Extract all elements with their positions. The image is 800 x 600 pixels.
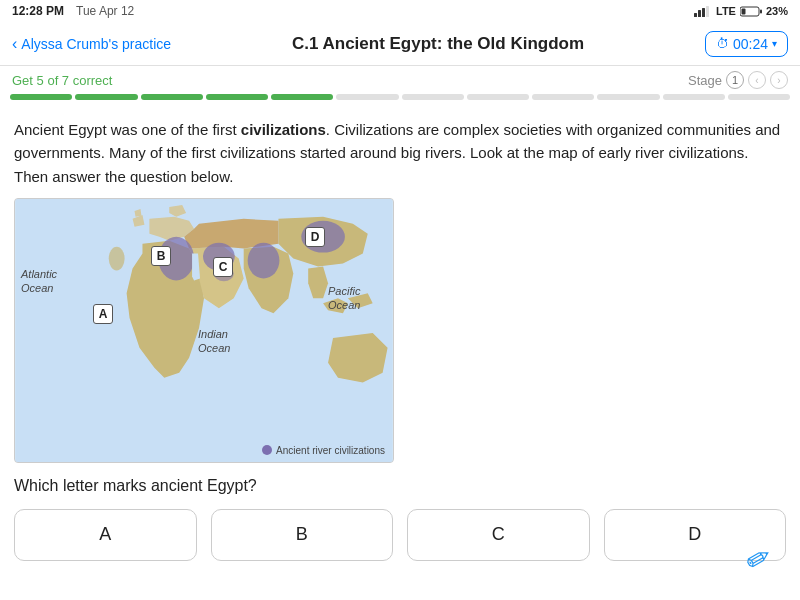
answer-button-c[interactable]: C: [407, 509, 590, 561]
marker-a: A: [93, 304, 113, 324]
header: ‹ Alyssa Crumb's practice C.1 Ancient Eg…: [0, 22, 800, 66]
lte-label: LTE: [716, 5, 736, 17]
pencil-icon: ✏: [738, 537, 777, 580]
progress-segment-10: [663, 94, 725, 100]
svg-rect-3: [706, 6, 709, 17]
pencil-fab[interactable]: ✏: [736, 536, 780, 580]
atlantic-ocean-label: AtlanticOcean: [21, 267, 57, 296]
progress-segment-3: [206, 94, 268, 100]
status-time: 12:28 PM: [12, 4, 64, 18]
passage-text: Ancient Egypt was one of the first civil…: [14, 118, 786, 188]
progress-segment-1: [75, 94, 137, 100]
indian-ocean-label: IndianOcean: [198, 327, 230, 356]
status-bar: 12:28 PM Tue Apr 12 LTE 23%: [0, 0, 800, 22]
progress-strip: [0, 94, 800, 102]
marker-b: B: [151, 246, 171, 266]
progress-segment-6: [402, 94, 464, 100]
question-text: Which letter marks ancient Egypt?: [14, 477, 786, 495]
stage-text: Stage: [688, 73, 722, 88]
progress-row: Get 5 of 7 correct Stage 1 ‹ ›: [0, 66, 800, 94]
back-button[interactable]: ‹ Alyssa Crumb's practice: [12, 35, 171, 53]
svg-point-10: [248, 242, 280, 278]
progress-segment-7: [467, 94, 529, 100]
battery-icon: [740, 6, 762, 17]
svg-rect-6: [741, 8, 745, 14]
map-container: A B C D AtlanticOcean IndianOcean Pacifi…: [14, 198, 394, 463]
svg-rect-5: [760, 9, 762, 13]
battery-pct: 23%: [766, 5, 788, 17]
pacific-ocean-label: PacificOcean: [328, 284, 360, 313]
progress-segment-0: [10, 94, 72, 100]
progress-segment-5: [336, 94, 398, 100]
map-legend: Ancient river civilizations: [262, 445, 385, 456]
stage-number: 1: [726, 71, 744, 89]
back-chevron-icon: ‹: [12, 35, 17, 53]
timer-button[interactable]: ⏱ 00:24 ▾: [705, 31, 788, 57]
svg-rect-0: [694, 13, 697, 17]
answer-button-a[interactable]: A: [14, 509, 197, 561]
status-date: Tue Apr 12: [76, 4, 134, 18]
progress-segment-8: [532, 94, 594, 100]
progress-segment-2: [141, 94, 203, 100]
stage-info: Stage 1 ‹ ›: [688, 71, 788, 89]
svg-rect-2: [702, 8, 705, 17]
correct-label: Get 5 of 7 correct: [12, 73, 112, 88]
stage-next-button[interactable]: ›: [770, 71, 788, 89]
progress-segment-4: [271, 94, 333, 100]
back-label: Alyssa Crumb's practice: [21, 36, 171, 52]
svg-point-13: [109, 246, 125, 270]
signal-icon: [694, 5, 712, 17]
status-right: LTE 23%: [694, 5, 788, 17]
answer-button-b[interactable]: B: [211, 509, 394, 561]
page-title: C.1 Ancient Egypt: the Old Kingdom: [171, 34, 705, 54]
marker-c: C: [213, 257, 233, 277]
passage-bold: civilizations: [241, 121, 326, 138]
clock-icon: ⏱: [716, 36, 729, 51]
svg-rect-1: [698, 10, 701, 17]
progress-segment-9: [597, 94, 659, 100]
legend-label: Ancient river civilizations: [276, 445, 385, 456]
stage-prev-button[interactable]: ‹: [748, 71, 766, 89]
timer-chevron-icon: ▾: [772, 38, 777, 49]
marker-d: D: [305, 227, 325, 247]
timer-display: 00:24: [733, 36, 768, 52]
answer-row: ABCD: [14, 509, 786, 569]
progress-segment-11: [728, 94, 790, 100]
main-content: Ancient Egypt was one of the first civil…: [0, 108, 800, 575]
legend-dot-icon: [262, 445, 272, 455]
passage-intro: Ancient Egypt was one of the first: [14, 121, 241, 138]
